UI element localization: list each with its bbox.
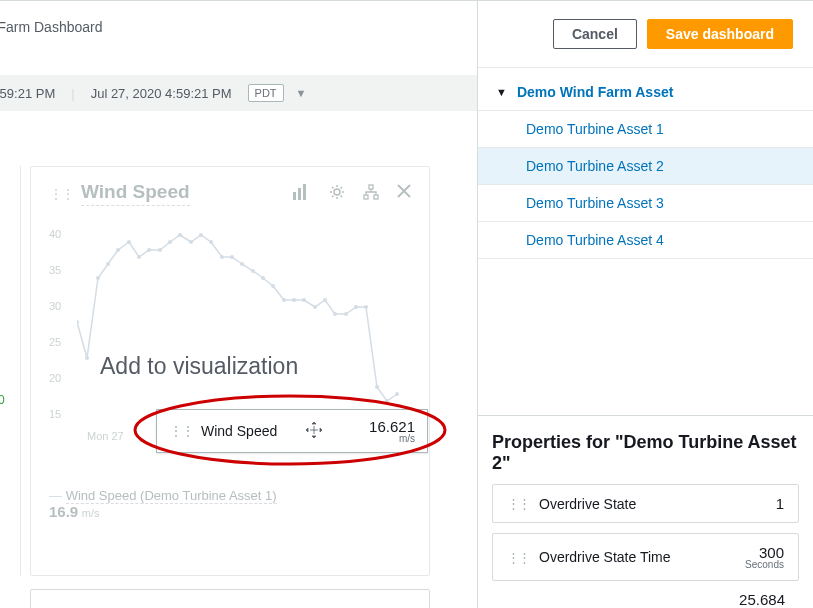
properties-heading: Properties for "Demo Turbine Asset 2" [492,432,799,474]
drag-handle-icon[interactable]: ⋮⋮ [49,186,73,202]
svg-point-25 [261,276,265,280]
svg-rect-5 [364,195,368,199]
move-icon [305,421,323,442]
asset-label: Demo Turbine Asset 3 [526,195,664,211]
chart-type-icon[interactable] [293,184,311,203]
svg-point-37 [385,399,389,403]
asset-tree-item[interactable]: Demo Turbine Asset 2 [478,148,813,185]
property-unit: Seconds [745,559,784,570]
dragged-property-pill[interactable]: ⋮⋮ Wind Speed 16.621 m/s [156,409,428,453]
line-chart: 40 35 30 25 20 15 Mon 27 12 PM [49,228,411,438]
svg-point-23 [240,262,244,266]
svg-point-35 [364,305,368,309]
svg-point-11 [116,248,120,252]
asset-tree: ▼ Demo Wind Farm Asset Demo Turbine Asse… [478,68,813,265]
properties-panel: Properties for "Demo Turbine Asset 2" ⋮⋮… [478,415,813,608]
property-row[interactable]: ⋮⋮ Overdrive State 1 [492,484,799,523]
y-tick: 40 [49,228,61,240]
svg-point-14 [147,248,151,252]
property-row[interactable]: 25.684 [492,591,799,608]
y-tick: 30 [49,300,61,312]
x-tick: Mon 27 [87,430,124,442]
legend-unit: m/s [82,507,100,519]
legend-value: 16.9 [49,503,78,520]
chevron-down-icon[interactable]: ▼ [292,87,311,99]
svg-point-20 [209,240,213,244]
page-title: nd Farm Dashboard [0,1,477,35]
property-name: Overdrive State Time [539,549,671,565]
asset-tree-root[interactable]: ▼ Demo Wind Farm Asset [478,74,813,111]
svg-point-34 [354,305,358,309]
cutoff-text: 0 [0,393,5,407]
time-start: :59:21 PM [0,86,55,101]
visualization-title[interactable]: Wind Speed [81,181,190,206]
drag-handle-icon[interactable]: ⋮⋮ [507,550,529,565]
svg-point-33 [344,312,348,316]
property-row[interactable]: ⋮⋮ Overdrive State Time 300 Seconds [492,533,799,581]
divider: | [63,86,82,101]
svg-rect-4 [369,185,373,189]
property-name: Overdrive State [539,496,636,512]
svg-point-38 [395,392,399,396]
svg-point-17 [178,233,182,237]
property-value: 1 [776,495,784,512]
svg-point-7 [77,320,79,324]
svg-point-31 [323,298,327,302]
svg-point-10 [106,262,110,266]
asset-tree-item[interactable]: Demo Turbine Asset 4 [478,222,813,259]
svg-point-12 [127,240,131,244]
svg-point-15 [158,248,162,252]
gear-icon[interactable] [329,184,345,203]
svg-point-16 [168,240,172,244]
asset-label: Demo Turbine Asset 1 [526,121,664,137]
drag-handle-icon[interactable]: ⋮⋮ [507,496,529,511]
visualization-card[interactable]: Wind Direction [30,589,430,608]
save-dashboard-button[interactable]: Save dashboard [647,19,793,49]
hierarchy-icon[interactable] [363,184,379,203]
drag-handle-icon[interactable]: ⋮⋮ [169,423,193,439]
svg-point-19 [199,233,203,237]
caret-down-icon[interactable]: ▼ [496,86,507,98]
svg-point-18 [189,240,193,244]
svg-point-36 [375,385,379,389]
legend-label: Wind Speed (Demo Turbine Asset 1) [66,488,277,504]
asset-tree-item[interactable]: Demo Turbine Asset 1 [478,111,813,148]
svg-point-26 [271,284,275,288]
y-tick: 35 [49,264,61,276]
svg-point-3 [334,189,340,195]
svg-point-22 [230,255,234,259]
svg-point-29 [302,298,306,302]
time-range-bar[interactable]: :59:21 PM | Jul 27, 2020 4:59:21 PM PDT … [0,75,477,111]
property-value: 25.684 [739,591,785,608]
svg-point-30 [313,305,317,309]
svg-point-8 [85,356,89,360]
svg-rect-6 [374,195,378,199]
asset-tree-item[interactable]: Demo Turbine Asset 3 [478,185,813,222]
y-tick: 20 [49,372,61,384]
drop-hint-text: Add to visualization [100,353,298,380]
asset-label: Demo Wind Farm Asset [517,84,674,100]
svg-rect-0 [293,192,296,200]
pill-label: Wind Speed [201,423,277,439]
svg-rect-2 [303,184,306,200]
svg-rect-1 [298,188,301,200]
timezone-badge[interactable]: PDT [248,84,284,102]
svg-point-27 [282,298,286,302]
close-icon[interactable] [397,184,411,203]
svg-point-9 [96,276,100,280]
chart-legend: — Wind Speed (Demo Turbine Asset 1) 16.9… [49,488,411,520]
asset-label: Demo Turbine Asset 4 [526,232,664,248]
time-end: Jul 27, 2020 4:59:21 PM [91,86,232,101]
svg-point-28 [292,298,296,302]
svg-point-32 [333,312,337,316]
asset-label: Demo Turbine Asset 2 [526,158,664,174]
svg-point-24 [251,269,255,273]
svg-point-21 [220,255,224,259]
cancel-button[interactable]: Cancel [553,19,637,49]
svg-point-13 [137,255,141,259]
y-tick: 25 [49,336,61,348]
y-tick: 15 [49,408,61,420]
